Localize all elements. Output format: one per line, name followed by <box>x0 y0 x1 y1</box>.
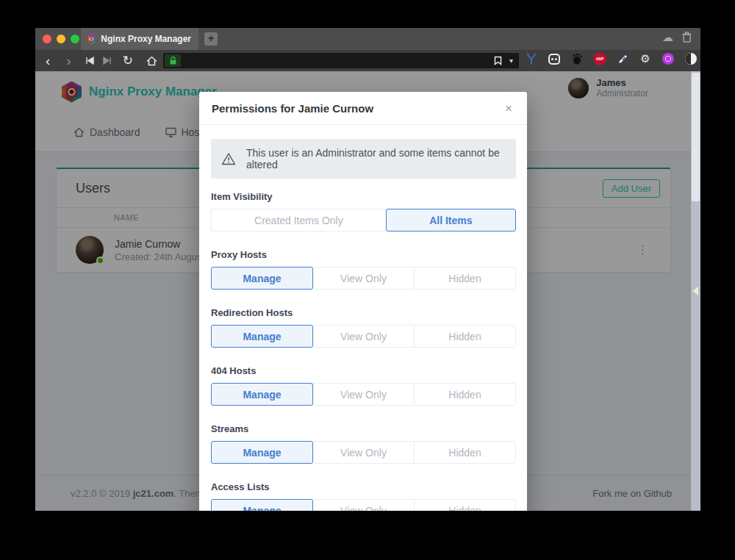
visibility-selectgroup: Created Items Only All Items <box>211 209 516 231</box>
modal-title: Permissions for Jamie Curnow <box>212 102 373 115</box>
warning-triangle-icon <box>221 152 236 165</box>
streams-manage-button[interactable]: Manage <box>211 441 313 464</box>
access-lists-view-only-button[interactable]: View Only <box>312 499 415 511</box>
proxy-hosts-manage-button[interactable]: Manage <box>211 267 313 290</box>
window-controls <box>43 35 79 43</box>
fork-icon[interactable] <box>525 52 538 65</box>
access-lists-hidden-button[interactable]: Hidden <box>414 499 516 511</box>
section-label-access-lists: Access Lists <box>211 481 516 492</box>
modal-close-icon[interactable]: × <box>505 102 512 115</box>
tab-title: Nginx Proxy Manager <box>101 34 191 44</box>
admin-alert: This user is an Administrator and some i… <box>211 139 516 179</box>
gnome-foot-icon[interactable] <box>570 52 584 65</box>
scrollbar-thumb[interactable] <box>692 73 700 201</box>
pen-icon[interactable] <box>616 52 629 65</box>
adblock-plus-icon[interactable]: ABP <box>593 52 606 65</box>
404-hosts-selectgroup: Manage View Only Hidden <box>211 383 516 406</box>
access-lists-selectgroup: Manage View Only Hidden <box>211 499 516 511</box>
bookmark-caret-icon[interactable]: ▾ <box>509 57 513 65</box>
minimize-window-button[interactable] <box>57 35 65 43</box>
secure-lock-icon[interactable] <box>165 54 181 67</box>
proxy-hosts-hidden-button[interactable]: Hidden <box>414 267 516 290</box>
trash-icon[interactable] <box>682 32 692 43</box>
visibility-created-only-button[interactable]: Created Items Only <box>211 209 387 231</box>
tab-bar: Nginx Proxy Manager + ☁ <box>35 28 700 50</box>
new-tab-button[interactable]: + <box>204 32 218 46</box>
section-label-redirection-hosts: Redirection Hosts <box>211 307 516 318</box>
fast-forward-icon[interactable] <box>98 57 115 65</box>
proxy-hosts-view-only-button[interactable]: View Only <box>312 267 415 290</box>
back-icon[interactable]: ‹ <box>41 54 54 68</box>
home-icon[interactable] <box>142 56 162 66</box>
browser-toolbar: ‹ › ↻ ▾ <box>35 50 700 71</box>
page-viewport: Nginx Proxy Manager James Administrator … <box>35 71 691 511</box>
section-label-streams: Streams <box>211 423 516 434</box>
purple-extension-icon[interactable] <box>662 52 675 65</box>
bookmark-icon[interactable] <box>494 56 502 65</box>
redirection-hosts-view-only-button[interactable]: View Only <box>312 325 415 348</box>
redirection-hosts-selectgroup: Manage View Only Hidden <box>211 325 516 348</box>
streams-view-only-button[interactable]: View Only <box>312 441 415 464</box>
visibility-label: Item Visibility <box>211 191 516 202</box>
tab-favicon <box>88 33 95 45</box>
redirection-hosts-manage-button[interactable]: Manage <box>211 325 313 348</box>
permissions-modal: Permissions for Jamie Curnow × This user… <box>199 92 527 511</box>
visibility-all-items-button[interactable]: All Items <box>386 209 516 231</box>
streams-selectgroup: Manage View Only Hidden <box>211 441 516 464</box>
proxy-hosts-selectgroup: Manage View Only Hidden <box>211 267 516 290</box>
section-label-proxy-hosts: Proxy Hosts <box>211 249 516 260</box>
redirection-hosts-hidden-button[interactable]: Hidden <box>414 325 516 348</box>
404-hosts-hidden-button[interactable]: Hidden <box>414 383 516 406</box>
404-hosts-view-only-button[interactable]: View Only <box>312 383 415 406</box>
address-bar[interactable]: ▾ <box>163 53 519 68</box>
forward-icon[interactable]: › <box>62 54 75 68</box>
zoom-window-button[interactable] <box>71 35 79 43</box>
browser-tab[interactable]: Nginx Proxy Manager <box>81 28 198 50</box>
browser-window: Nginx Proxy Manager + ☁ ‹ › ↻ <box>35 28 700 511</box>
robot-icon[interactable] <box>548 52 561 65</box>
section-label-404-hosts: 404 Hosts <box>211 365 516 376</box>
admin-alert-text: This user is an Administrator and some i… <box>246 147 506 170</box>
close-window-button[interactable] <box>43 35 51 43</box>
access-lists-manage-button[interactable]: Manage <box>211 499 313 511</box>
streams-hidden-button[interactable]: Hidden <box>414 441 516 464</box>
reload-icon[interactable]: ↻ <box>118 54 137 67</box>
404-hosts-manage-button[interactable]: Manage <box>211 383 313 406</box>
cloud-sync-icon[interactable]: ☁ <box>662 32 673 43</box>
panel-toggle-arrow-icon[interactable] <box>692 287 698 295</box>
rewind-icon[interactable] <box>82 57 98 65</box>
privacy-icon[interactable] <box>684 52 698 65</box>
gear-icon[interactable]: ⚙ <box>639 52 652 65</box>
